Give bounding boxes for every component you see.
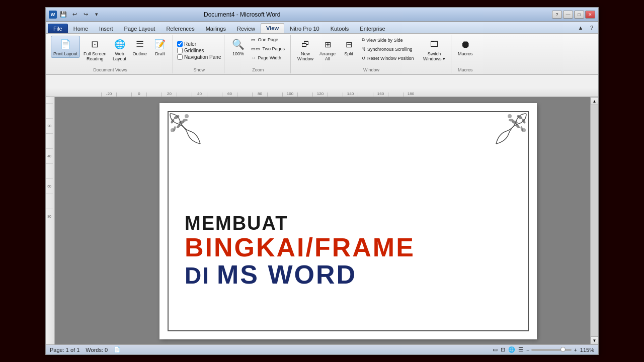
zoom-buttons: 🔍 100% ▭ One Page ▭▭ Two Pages ↔ Page Wi… <box>228 36 287 62</box>
zoom-btn[interactable]: 🔍 100% <box>228 36 248 58</box>
sync-scroll-btn[interactable]: ⇅ Synchronous Scrolling <box>359 45 420 53</box>
ruler-mark <box>328 93 343 97</box>
sync-scroll-label: Synchronous Scrolling <box>367 47 413 52</box>
switch-windows-icon: 🗔 <box>427 37 441 51</box>
ruler-mark <box>297 93 312 97</box>
one-page-label: One Page <box>258 37 278 42</box>
svg-point-9 <box>521 118 526 124</box>
tab-file[interactable]: File <box>48 24 68 33</box>
full-screen-icon: ⊡ <box>88 37 102 51</box>
outline-btn[interactable]: ☰ Outline <box>130 36 150 58</box>
reset-window-btn[interactable]: ↺ Reset Window Position <box>359 54 420 62</box>
web-layout-btn[interactable]: 🌐 WebLayout <box>110 36 129 63</box>
two-pages-btn[interactable]: ▭▭ Two Pages <box>249 45 287 53</box>
ribbon-collapse-btn[interactable]: ▲ <box>576 23 585 32</box>
arrange-all-icon: ⊞ <box>320 37 335 51</box>
switch-windows-btn[interactable]: 🗔 SwitchWindows ▾ <box>421 36 448 63</box>
view-outline-icon[interactable]: ☰ <box>518 346 523 353</box>
zoom-thumb <box>560 347 566 352</box>
view-normal-icon[interactable]: ▭ <box>493 346 498 353</box>
ruler-checkbox-row[interactable]: Ruler <box>177 41 221 47</box>
window-group-label: Window <box>363 66 379 72</box>
status-page: Page: 1 of 1 <box>50 347 79 353</box>
zoom-minus-btn[interactable]: − <box>526 347 529 353</box>
ruler-mark: 160 <box>373 93 388 97</box>
new-window-label: NewWindow <box>297 51 313 61</box>
tab-page-layout[interactable]: Page Layout <box>119 24 161 33</box>
vruler-mark <box>46 103 53 118</box>
navigation-checkbox-row[interactable]: Navigation Pane <box>177 54 221 60</box>
ruler-mark <box>358 93 373 97</box>
arrange-all-btn[interactable]: ⊞ ArrangeAll <box>317 36 338 63</box>
minimize-btn[interactable]: — <box>563 11 573 19</box>
zoom-percentage: 115% <box>580 347 594 353</box>
save-quick-btn[interactable]: 💾 <box>59 10 68 19</box>
full-screen-label: Full ScreenReading <box>84 51 107 61</box>
scroll-track[interactable] <box>591 105 598 336</box>
print-layout-icon: 📄 <box>58 37 72 51</box>
ruler-checkbox[interactable] <box>177 41 183 47</box>
svg-point-1 <box>170 118 175 124</box>
tab-nitro[interactable]: Nitro Pro 10 <box>284 24 325 33</box>
tab-enterprise[interactable]: Enterprise <box>354 24 390 33</box>
vertical-scrollbar[interactable]: ▲ ▼ <box>590 97 598 344</box>
vruler-mark: 80 <box>46 209 53 224</box>
split-btn[interactable]: ⊟ Split <box>339 36 358 58</box>
view-web-icon[interactable]: 🌐 <box>508 346 515 353</box>
scroll-up-arrow[interactable]: ▲ <box>591 97 599 105</box>
new-window-icon: 🗗 <box>298 37 312 51</box>
status-bar: Page: 1 of 1 Words: 0 📄 ▭ ⊡ 🌐 ☰ − + 115% <box>46 344 598 354</box>
title-bar-left: W 💾 ↩ ↪ ▾ Document4 - Microsoft Word <box>49 10 281 19</box>
view-reading-icon[interactable]: ⊡ <box>501 346 505 353</box>
document-area: ⊡ -20 0 20 40 60 80 100 120 140 <box>46 88 598 344</box>
new-window-btn[interactable]: 🗗 NewWindow <box>295 36 316 63</box>
gridlines-checkbox[interactable] <box>177 48 183 53</box>
two-pages-icon: ▭▭ <box>251 46 260 51</box>
vertical-ruler: 20 40 60 80 <box>46 97 55 344</box>
title-bar-text: Document4 - Microsoft Word <box>204 11 281 18</box>
zoom-slider[interactable]: − + <box>526 347 577 353</box>
doc-text-ms: MS WORD <box>217 260 357 289</box>
print-layout-btn[interactable]: 📄 Print Layout <box>51 36 80 58</box>
view-side-btn[interactable]: ⧉ View Side by Side <box>359 36 420 44</box>
macros-btn[interactable]: ⏺ Macros <box>455 36 475 58</box>
full-screen-btn[interactable]: ⊡ Full ScreenReading <box>81 36 109 63</box>
gridlines-checkbox-row[interactable]: Gridlines <box>177 48 221 53</box>
help-btn[interactable]: ? <box>552 11 562 19</box>
doc-text-membuat: MEMBUAT <box>185 213 415 234</box>
window-controls: ? — □ ✕ <box>552 11 595 19</box>
ruler-mark <box>237 93 252 97</box>
page-width-btn[interactable]: ↔ Page Width <box>249 54 287 62</box>
vruler-marks: 20 40 60 80 <box>46 97 54 224</box>
view-side-label: View Side by Side <box>366 38 403 43</box>
tab-home[interactable]: Home <box>68 24 94 33</box>
zoom-plus-btn[interactable]: + <box>574 347 577 353</box>
navigation-checkbox[interactable] <box>177 54 183 60</box>
maximize-btn[interactable]: □ <box>574 11 584 19</box>
ruler-mark: 120 <box>312 93 328 97</box>
ruler-mark: 180 <box>403 93 418 97</box>
tab-references[interactable]: References <box>160 24 200 33</box>
close-btn[interactable]: ✕ <box>585 11 595 19</box>
redo-quick-btn[interactable]: ↪ <box>81 10 90 19</box>
ruler-mark <box>267 93 282 97</box>
draft-btn[interactable]: 📝 Draft <box>150 36 170 58</box>
page-width-icon: ↔ <box>251 55 256 60</box>
tab-view[interactable]: View <box>261 23 284 33</box>
tab-review[interactable]: Review <box>231 24 261 33</box>
view-side-icon: ⧉ <box>362 37 365 43</box>
tab-kutools[interactable]: Kutools <box>325 24 355 33</box>
ruler-mark: -20 <box>101 93 116 97</box>
one-page-btn[interactable]: ▭ One Page <box>249 36 287 44</box>
ruler-mark: 0 <box>131 93 146 97</box>
undo-quick-btn[interactable]: ↩ <box>70 10 79 19</box>
tab-mailings[interactable]: Mailings <box>200 24 231 33</box>
customize-quick-btn[interactable]: ▾ <box>92 10 101 19</box>
draft-label: Draft <box>155 51 165 56</box>
status-words: Words: 0 <box>86 347 108 353</box>
tab-insert[interactable]: Insert <box>94 24 119 33</box>
scroll-down-arrow[interactable]: ▼ <box>591 336 599 344</box>
help-ribbon-btn[interactable]: ? <box>587 23 596 32</box>
ruler-mark: 80 <box>252 93 267 97</box>
document-page[interactable]: MEMBUAT BINGKAI/FRAME DI MS WORD <box>159 103 537 339</box>
